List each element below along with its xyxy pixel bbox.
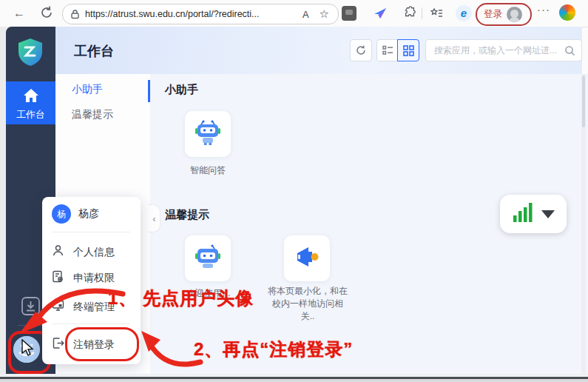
refresh-apps-button[interactable] [350, 39, 372, 61]
app-card-qa-label: 智能问答 [178, 164, 237, 177]
copilot-icon[interactable] [559, 4, 575, 21]
address-bar[interactable]: https://atrust.swu.edu.cn/portal/?redire… [62, 4, 339, 24]
profile-avatar-icon [507, 7, 522, 22]
signal-bars-icon [512, 201, 534, 227]
window-left-edge [0, 27, 6, 377]
menu-avatar: 杨 [52, 204, 71, 224]
annotation-arrow-to-avatar [13, 284, 128, 344]
toolbar-divider [422, 7, 422, 19]
annotation-step1: 1、 先点用户头像 [108, 286, 254, 310]
tip-card-minimize-label: 将本页最小化，和在 校内一样地访问相关.. [268, 285, 348, 323]
extensions-puzzle-icon[interactable] [402, 6, 417, 24]
robot-icon [195, 244, 221, 273]
window-bottom-edge [0, 379, 588, 382]
chevron-left-icon: ‹ [152, 213, 155, 224]
extension-icon[interactable] [342, 6, 356, 21]
menu-divider [52, 232, 130, 232]
tip-card-minimize[interactable] [284, 235, 330, 281]
read-aloud-icon[interactable]: A [303, 9, 309, 20]
back-icon[interactable]: ← [10, 4, 28, 22]
login-label: 登录 [484, 8, 502, 21]
ie-mode-icon[interactable]: e [456, 5, 472, 21]
nav-item-tips[interactable]: 温馨提示 [72, 108, 113, 121]
lock-icon [70, 9, 80, 19]
username: 杨彦 [78, 207, 99, 221]
megaphone-icon [294, 244, 320, 273]
dropdown-arrow-icon[interactable] [541, 210, 555, 218]
favorites-bar-icon[interactable] [429, 6, 444, 24]
user-menu-header: 杨 杨彦 [52, 204, 99, 224]
search-box [425, 39, 582, 61]
browser-menu-icon[interactable]: ··· [537, 3, 550, 16]
tips-section-title: 温馨提示 [165, 208, 209, 222]
annotation-arrow-to-logout [135, 328, 203, 374]
browser-refresh-icon[interactable] [38, 4, 55, 24]
app-logo-icon [16, 37, 45, 70]
login-button[interactable]: 登录 [476, 3, 532, 26]
cursor-icon [21, 339, 36, 360]
collapse-nav-tab[interactable]: ‹ [149, 204, 160, 232]
sidebar-item-label: 工作台 [6, 108, 55, 121]
sidebar-item-workbench[interactable]: 工作台 [6, 81, 55, 124]
annotation-step2: 2、再点“注销登录” [194, 338, 353, 361]
signal-widget[interactable] [500, 195, 567, 233]
url-text: https://atrust.swu.edu.cn/portal/?redire… [85, 9, 303, 19]
search-icon[interactable] [564, 45, 575, 56]
home-icon [6, 88, 55, 106]
grid-view-toggle[interactable] [397, 39, 419, 61]
page-title: 工作台 [74, 42, 114, 60]
page-scrollbar-thumb[interactable] [582, 76, 585, 127]
browser-toolbar: ← https://atrust.swu.edu.cn/portal/?redi… [0, 0, 588, 27]
nav-active-indicator [148, 80, 150, 102]
list-view-toggle[interactable] [376, 39, 399, 61]
app-card-qa[interactable] [185, 111, 231, 157]
search-input[interactable] [433, 44, 564, 56]
menu-item-profile[interactable]: 个人信息 [52, 244, 115, 260]
favorite-star-icon[interactable]: ☆ [320, 7, 329, 21]
nav-item-assistant[interactable]: 小助手 [72, 83, 103, 96]
tip-card-welcome[interactable] [185, 235, 231, 281]
assistant-section-title: 小助手 [165, 83, 198, 97]
bird-extension-icon[interactable] [373, 6, 388, 24]
person-icon [52, 244, 64, 260]
robot-icon [195, 119, 221, 149]
